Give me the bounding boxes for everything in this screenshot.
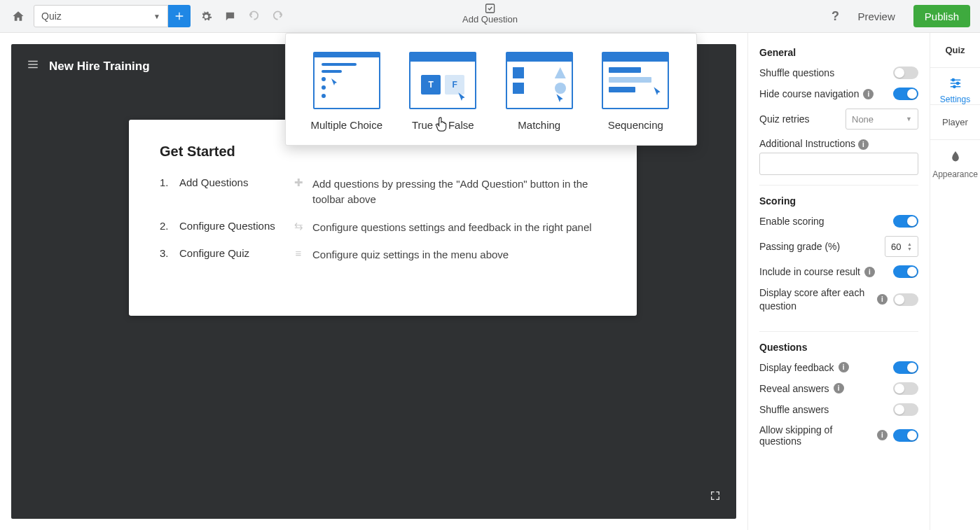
step-num: 1. (160, 176, 172, 188)
tab-quiz[interactable]: Quiz (930, 33, 980, 68)
question-type-panel: Multiple Choice T F True or False Matchi… (285, 33, 697, 146)
quiz-retries-label: Quiz retries (759, 113, 840, 125)
additional-instructions-label: Additional Instructions i (759, 138, 869, 149)
step-item: 1. Add Questions ✚ Add questions by pres… (160, 176, 606, 207)
scoring-heading: Scoring (759, 195, 918, 207)
allow-skipping-toggle[interactable] (893, 429, 918, 442)
svg-point-3 (953, 85, 955, 88)
qtype-multiple-choice-thumb (313, 52, 380, 109)
qtype-multiple-choice-label: Multiple Choice (310, 119, 382, 131)
page-title: New Hire Training (49, 60, 150, 74)
publish-button[interactable]: Publish (913, 5, 970, 27)
shuffle-questions-toggle[interactable] (893, 67, 918, 79)
display-score-each-label: Display score after each question i (759, 286, 888, 313)
allow-skipping-label: Allow skipping of questions i (759, 424, 888, 447)
redo-icon[interactable] (269, 8, 286, 25)
hamburger-icon[interactable] (27, 58, 39, 74)
settings-group-general: General Shuffle questions Hide course na… (759, 47, 918, 186)
qtype-matching[interactable]: Matching (493, 52, 586, 131)
qtype-true-false-thumb: T F (409, 52, 476, 109)
qtype-sequencing[interactable]: Sequencing (589, 52, 682, 131)
settings-group-questions: Questions Display feedback i Reveal answ… (759, 342, 918, 465)
general-heading: General (759, 47, 918, 58)
caret-down-icon: ▼ (153, 13, 160, 20)
qtype-multiple-choice[interactable]: Multiple Choice (301, 52, 393, 131)
shuffle-questions-label: Shuffle questions (759, 67, 888, 78)
info-icon[interactable]: i (834, 383, 844, 393)
quiz-retries-value: None (852, 114, 874, 125)
shuffle-answers-label: Shuffle answers (759, 404, 888, 415)
step-num: 2. (160, 220, 172, 232)
qtype-sequencing-thumb (602, 52, 669, 109)
add-question-button[interactable] (168, 5, 191, 27)
tab-player[interactable]: Player (930, 105, 980, 140)
qtype-true-false[interactable]: T F True or False (396, 52, 489, 131)
menu-icon: ≡ (291, 247, 305, 259)
gear-icon[interactable] (198, 8, 214, 25)
passing-grade-input[interactable]: 60 ▲▼ (885, 236, 918, 257)
step-num: 3. (160, 247, 172, 259)
display-score-each-toggle[interactable] (893, 293, 918, 306)
card-title: Get Started (160, 144, 606, 160)
undo-icon[interactable] (245, 8, 262, 25)
spinner-icon[interactable]: ▲▼ (907, 242, 912, 251)
step-item: 3. Configure Quiz ≡ Configure quiz setti… (160, 247, 606, 263)
help-icon[interactable]: ? (827, 8, 843, 25)
qtype-matching-label: Matching (518, 119, 560, 131)
quiz-retries-select[interactable]: None ▼ (846, 109, 918, 130)
display-feedback-label: Display feedback i (759, 362, 888, 373)
plus-icon: ✚ (291, 176, 305, 189)
svg-point-1 (952, 79, 954, 81)
questions-heading: Questions (759, 342, 918, 353)
pill-appearance-label: Appearance (932, 169, 978, 179)
settings-panel: General Shuffle questions Hide course na… (747, 33, 930, 530)
settings-group-scoring: Scoring Enable scoring Passing grade (%)… (759, 195, 918, 332)
step-item: 2. Configure Questions ⇆ Configure quest… (160, 220, 606, 235)
quiz-type-select-label: Quiz (41, 11, 62, 22)
additional-instructions-input[interactable] (759, 153, 918, 175)
pill-settings[interactable]: Settings (930, 68, 980, 104)
step-desc: Configure questions settings and feedbac… (312, 220, 606, 235)
home-icon[interactable] (10, 8, 27, 25)
shuffle-answers-toggle[interactable] (893, 403, 918, 416)
sliders-icon: ⇆ (291, 220, 305, 232)
add-question-toolbar-button[interactable]: Add Question (462, 3, 518, 25)
comment-icon[interactable] (221, 8, 238, 25)
info-icon[interactable]: i (877, 430, 888, 440)
pill-appearance[interactable]: Appearance (930, 140, 980, 179)
info-icon[interactable]: i (877, 294, 888, 305)
step-title: Configure Questions (179, 220, 284, 232)
qtype-matching-thumb (506, 52, 573, 109)
include-in-result-label: Include in course result i (759, 266, 888, 277)
hide-course-nav-label: Hide course navigation i (759, 88, 888, 99)
reveal-answers-label: Reveal answers i (759, 383, 888, 394)
info-icon[interactable]: i (858, 139, 869, 150)
pill-settings-label: Settings (940, 95, 970, 104)
info-icon[interactable]: i (864, 267, 875, 277)
info-icon[interactable]: i (863, 89, 874, 99)
step-title: Configure Quiz (179, 247, 284, 259)
step-desc: Add questions by pressing the "Add Quest… (312, 176, 606, 207)
add-question-toolbar-label: Add Question (462, 14, 518, 25)
step-desc: Configure quiz settings in the menu abov… (312, 247, 606, 263)
hide-course-nav-toggle[interactable] (893, 88, 918, 100)
quiz-type-select[interactable]: Quiz ▼ (34, 5, 168, 27)
caret-down-icon: ▼ (906, 116, 912, 123)
include-in-result-toggle[interactable] (893, 265, 918, 278)
expand-icon[interactable] (710, 490, 721, 503)
preview-button[interactable]: Preview (857, 11, 895, 22)
enable-scoring-toggle[interactable] (893, 215, 918, 228)
reveal-answers-toggle[interactable] (893, 382, 918, 395)
svg-point-2 (956, 82, 958, 84)
qtype-true-false-label: True or False (412, 119, 474, 131)
info-icon[interactable]: i (838, 362, 849, 372)
display-feedback-toggle[interactable] (893, 361, 918, 374)
get-started-card: Get Started 1. Add Questions ✚ Add quest… (129, 120, 637, 316)
toolbar: Quiz ▼ Add Question ? Preview Publish (0, 0, 980, 33)
step-title: Add Questions (179, 176, 284, 188)
passing-grade-value: 60 (891, 242, 901, 252)
passing-grade-label: Passing grade (%) (759, 241, 879, 252)
qtype-sequencing-label: Sequencing (608, 119, 663, 131)
steps-list: 1. Add Questions ✚ Add questions by pres… (160, 176, 606, 263)
svg-rect-0 (486, 4, 495, 13)
